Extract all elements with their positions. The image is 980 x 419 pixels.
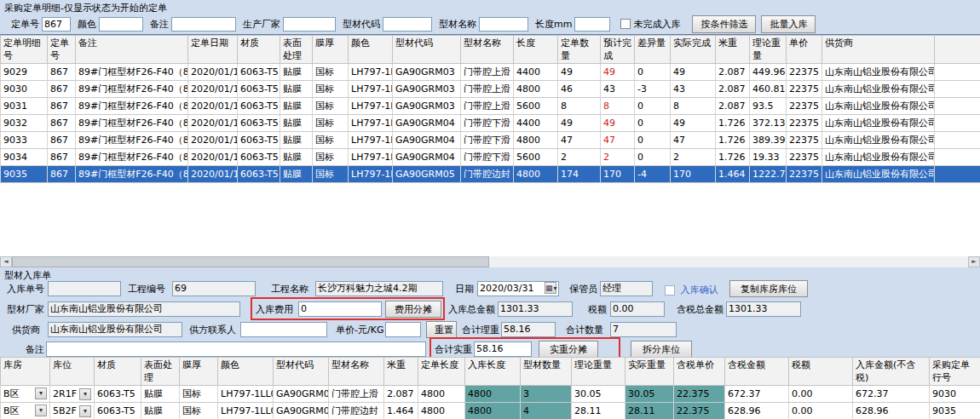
location-dropdown-icon[interactable]: ▾ [79, 388, 91, 400]
inbound-col-header[interactable]: 理论重量 [572, 358, 625, 386]
inbound-col-header[interactable]: 材质 [95, 358, 141, 386]
inbound-col-header[interactable]: 入库金额(不含税) [853, 358, 930, 386]
inbound-col-header[interactable]: 库房 [1, 358, 50, 386]
form-field-fee[interactable]: 0 [298, 301, 382, 317]
copy-button[interactable]: 复制库房库位 [729, 280, 808, 297]
order-row-9029[interactable]: 902986789#门框型材F26-F40（866+867）2020/01/13… [1, 64, 980, 81]
inbound-col-header[interactable]: 含税单价 [674, 358, 725, 386]
cell: 贴膜 [141, 403, 180, 419]
reset-button[interactable]: 重置 [426, 321, 457, 338]
location-dropdown-icon[interactable]: ▾ [79, 405, 91, 417]
cell[interactable]: ▾B区 [1, 386, 50, 403]
filter-input-order_no[interactable] [42, 17, 71, 32]
form-field-order_no[interactable] [48, 281, 121, 296]
inbound-row-9030[interactable]: ▾B区▾2R1F6063-T5贴膜国标LH797-1LL0GA90GRM03门带… [1, 386, 980, 403]
order-col-header[interactable]: 膜厚 [313, 36, 349, 64]
inbound-col-header[interactable]: 采购定单行号 [930, 358, 980, 386]
inbound-row-9035[interactable]: ▾B区▾5B2F6063-T5贴膜国标LH797-1LL0GA90GRM05门带… [1, 403, 980, 419]
order-row-9030[interactable]: 903086789#门框型材F26-F40（866+867）2020/01/13… [1, 81, 980, 98]
order-col-header[interactable]: 定单明细号 [1, 36, 48, 64]
filter-input-color[interactable] [99, 17, 143, 32]
filter-input-manufacturer[interactable] [283, 17, 336, 32]
scroll-right-icon[interactable]: ► [968, 256, 980, 267]
form-field-total_actual[interactable]: 58.16 [474, 342, 532, 357]
inbound-col-header[interactable]: 库位 [50, 358, 95, 386]
inbound-col-header[interactable]: 型材代码 [274, 358, 329, 386]
order-col-header[interactable]: 差异量 [635, 36, 671, 64]
form-field-total_qty[interactable]: 7 [610, 322, 677, 337]
order-col-header[interactable]: 实际完成 [671, 36, 716, 64]
cell[interactable]: ▾B区 [1, 403, 50, 419]
form-field-project_name[interactable]: 长沙万科魅力之城4.2期 [315, 281, 443, 296]
warehouse-dropdown-icon[interactable]: ▾ [35, 387, 47, 399]
inbound-col-header[interactable]: 型材名称 [329, 358, 384, 386]
inbound-col-header[interactable]: 米重 [384, 358, 418, 386]
filter-input-remark[interactable] [171, 17, 236, 32]
order-col-header[interactable]: 定单日期 [188, 36, 238, 64]
form-field-total_theory[interactable]: 58.16 [501, 322, 556, 337]
order-col-header[interactable] [935, 36, 980, 64]
order-row-9033[interactable]: 903386789#门框型材F26-F40（866+867）2020/01/13… [1, 132, 980, 149]
weight-share-button[interactable]: 实重分摊 [539, 341, 598, 358]
inbound-confirm-checkbox[interactable] [665, 285, 675, 296]
form-field-total_with_tax[interactable]: 1301.33 [726, 301, 801, 317]
filter-input-profile_code[interactable] [383, 17, 432, 32]
warehouse-dropdown-icon[interactable]: ▾ [35, 405, 47, 416]
form-field-project_no[interactable]: 69 [172, 281, 256, 296]
form-field-unit_price[interactable] [385, 322, 421, 337]
order-row-9034[interactable]: 903486789#门框型材F26-F40（866+867）2020/01/13… [1, 149, 980, 166]
date-picker-button[interactable]: ▦▾ [545, 282, 556, 294]
cell: 0.00 [789, 403, 853, 419]
form-field-supplier[interactable]: 山东南山铝业股份有限公司 [48, 322, 182, 337]
fee-share-button[interactable]: 费用分摊 [385, 301, 441, 318]
inbound-col-header[interactable]: 入库长度 [465, 358, 521, 386]
order-col-header[interactable]: 型材代码 [393, 36, 461, 64]
form-label-factory: 型材厂家 [7, 303, 44, 316]
form-field-keeper[interactable]: 经理 [600, 281, 653, 296]
filter-input-profile_name[interactable] [479, 17, 528, 32]
inbound-col-header[interactable]: 型材数量 [521, 358, 572, 386]
order-row-9035[interactable]: 903586789#门框型材F26-F40（866+867）2020/01/13… [1, 166, 980, 183]
inbound-col-header[interactable]: 定单长度 [418, 358, 465, 386]
order-col-header[interactable]: 长度 [514, 36, 558, 64]
cell[interactable]: ▾2R1F [50, 386, 95, 403]
inbound-col-header[interactable]: 实际重量 [625, 358, 674, 386]
order-col-header[interactable]: 型材名称 [461, 36, 514, 64]
filter-by-condition-button[interactable]: 按条件筛选 [692, 15, 756, 33]
order-col-header[interactable]: 米重 [716, 36, 750, 64]
filter-input-length[interactable] [574, 17, 610, 32]
scrollbar-thumb[interactable] [12, 256, 489, 267]
cell: 山东南山铝业股份有限公司 [822, 98, 935, 115]
order-col-header[interactable]: 预计完成 [601, 36, 635, 64]
form-field-contact[interactable] [240, 322, 327, 337]
order-col-header[interactable]: 定单号 [48, 36, 76, 64]
form-field-note[interactable] [46, 342, 426, 357]
form-field-factory[interactable]: 山东南山铝业股份有限公司 [48, 301, 240, 317]
inbound-col-header[interactable]: 膜厚 [180, 358, 218, 386]
order-col-header[interactable]: 材质 [238, 36, 280, 64]
cell [935, 132, 980, 149]
order-row-9032[interactable]: 903286789#门框型材F26-F40（866+867）2020/01/13… [1, 115, 980, 132]
order-col-header[interactable]: 理论重量 [750, 36, 787, 64]
horizontal-scrollbar[interactable]: ◄ ► [0, 256, 980, 267]
order-col-header[interactable]: 备注 [76, 36, 188, 64]
order-row-9031[interactable]: 903186789#门框型材F26-F40（866+867）2020/01/13… [1, 98, 980, 115]
order-col-header[interactable]: 颜色 [349, 36, 393, 64]
inbound-col-header[interactable]: 颜色 [218, 358, 274, 386]
order-col-header[interactable]: 定单数量 [558, 36, 601, 64]
order-col-header[interactable]: 供货商 [822, 36, 935, 64]
unfinished-checkbox[interactable] [620, 19, 631, 29]
split-button[interactable]: 拆分库位 [631, 341, 692, 358]
order-col-header[interactable]: 单价 [787, 36, 822, 64]
form-field-date[interactable]: ▦▾2020/03/31 [477, 281, 559, 296]
batch-inbound-button[interactable]: 批量入库 [761, 15, 816, 33]
cell[interactable]: ▾5B2F [50, 403, 95, 419]
form-field-total_amount[interactable]: 1301.33 [498, 301, 573, 317]
order-col-header[interactable]: 表面处理 [280, 36, 313, 64]
cell: 山东南山铝业股份有限公司 [822, 64, 935, 81]
inbound-col-header[interactable]: 表面处理 [141, 358, 180, 386]
scroll-left-icon[interactable]: ◄ [0, 256, 12, 267]
inbound-col-header[interactable]: 含税金额 [725, 358, 789, 386]
inbound-col-header[interactable]: 税额 [789, 358, 853, 386]
form-field-tax[interactable]: 0.00 [610, 301, 665, 317]
